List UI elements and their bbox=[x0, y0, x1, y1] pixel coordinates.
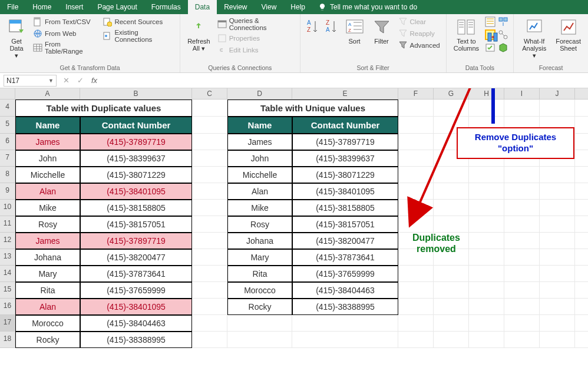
advanced-filter[interactable]: Advanced bbox=[397, 40, 441, 51]
manage-data-model-button[interactable] bbox=[498, 42, 508, 53]
cell-blank[interactable] bbox=[540, 183, 575, 200]
cell-blank[interactable] bbox=[504, 332, 540, 348]
cell-blank[interactable] bbox=[434, 282, 469, 299]
cell-blank[interactable] bbox=[292, 332, 398, 348]
uniq-contact[interactable]: (415)-38157051 bbox=[292, 216, 398, 233]
uniq-contact[interactable]: (415)-37873641 bbox=[292, 249, 398, 266]
cell-blank[interactable] bbox=[504, 282, 540, 299]
cell-blank[interactable] bbox=[504, 150, 540, 167]
cell-blank[interactable] bbox=[434, 216, 469, 233]
cell-blank[interactable] bbox=[434, 117, 469, 134]
cell-blank[interactable] bbox=[540, 233, 575, 249]
uniq-name[interactable]: Rosy bbox=[227, 216, 292, 233]
col-header-d[interactable]: D bbox=[227, 88, 292, 99]
cell-blank[interactable] bbox=[575, 134, 588, 150]
cell-blank[interactable] bbox=[575, 315, 588, 332]
cell-blank[interactable] bbox=[575, 100, 588, 117]
cell-blank[interactable] bbox=[540, 100, 575, 117]
dup-contact[interactable]: (415)-37659999 bbox=[80, 282, 192, 299]
dup-contact[interactable]: (415)-38401095 bbox=[80, 183, 192, 200]
cell-blank[interactable] bbox=[540, 315, 575, 332]
hdr-name-uniq[interactable]: Name bbox=[227, 117, 292, 134]
title-unique[interactable]: Table with Unique values bbox=[227, 100, 398, 117]
cell-blank[interactable] bbox=[504, 134, 540, 150]
col-header-e[interactable]: E bbox=[292, 88, 398, 99]
tab-file[interactable]: File bbox=[0, 0, 25, 14]
cell-blank[interactable] bbox=[540, 332, 575, 348]
queries-connections[interactable]: Queries & Connections bbox=[216, 16, 295, 32]
dup-contact[interactable]: (415)-38157051 bbox=[80, 216, 192, 233]
tab-review[interactable]: Review bbox=[217, 0, 254, 14]
cell-blank[interactable] bbox=[504, 266, 540, 282]
spreadsheet-grid[interactable]: 4Table with Duplicate valuesTable with U… bbox=[0, 100, 588, 348]
cell-blank[interactable] bbox=[469, 266, 504, 282]
row-header[interactable]: 5 bbox=[0, 117, 15, 134]
filter-button[interactable]: Filter bbox=[370, 16, 394, 46]
col-header-c[interactable]: C bbox=[192, 88, 227, 99]
from-table-range[interactable]: From Table/Range bbox=[32, 40, 98, 55]
row-header[interactable]: 10 bbox=[0, 200, 15, 216]
cell-blank[interactable] bbox=[192, 216, 227, 233]
dup-name[interactable]: Alan bbox=[15, 183, 80, 200]
uniq-name[interactable]: Morocco bbox=[227, 282, 292, 299]
cell-blank[interactable] bbox=[398, 200, 434, 216]
dup-name[interactable]: Mike bbox=[15, 200, 80, 216]
dup-contact[interactable]: (415)-37873641 bbox=[80, 266, 192, 282]
flash-fill-button[interactable] bbox=[485, 16, 495, 27]
dup-contact[interactable]: (415)-38200477 bbox=[80, 249, 192, 266]
cell-blank[interactable] bbox=[434, 266, 469, 282]
cell-blank[interactable] bbox=[398, 299, 434, 315]
cell-blank[interactable] bbox=[469, 183, 504, 200]
get-data-button[interactable]: Get Data ▾ bbox=[5, 16, 28, 60]
cell-blank[interactable] bbox=[540, 200, 575, 216]
tab-insert[interactable]: Insert bbox=[58, 0, 90, 14]
hdr-contact-uniq[interactable]: Contact Number bbox=[292, 117, 398, 134]
tab-page-layout[interactable]: Page Layout bbox=[90, 0, 144, 14]
uniq-name[interactable]: Rita bbox=[227, 266, 292, 282]
row-header[interactable]: 11 bbox=[0, 216, 15, 233]
col-header-f[interactable]: F bbox=[398, 88, 434, 99]
cell-blank[interactable] bbox=[192, 150, 227, 167]
dup-name[interactable]: Mary bbox=[15, 266, 80, 282]
hdr-contact-dup[interactable]: Contact Number bbox=[80, 117, 192, 134]
cell-blank[interactable] bbox=[227, 332, 292, 348]
dup-contact[interactable]: (415)-38071229 bbox=[80, 167, 192, 183]
cell-blank[interactable] bbox=[575, 332, 588, 348]
dup-contact[interactable]: (415)-38399637 bbox=[80, 150, 192, 167]
dup-name[interactable]: Johana bbox=[15, 249, 80, 266]
cell-blank[interactable] bbox=[575, 216, 588, 233]
what-if-button[interactable]: What-If Analysis ▾ bbox=[518, 16, 550, 60]
tab-view[interactable]: View bbox=[255, 0, 284, 14]
cell-blank[interactable] bbox=[434, 134, 469, 150]
cell-blank[interactable] bbox=[398, 332, 434, 348]
cell-blank[interactable] bbox=[540, 216, 575, 233]
cell-blank[interactable] bbox=[575, 117, 588, 134]
cell-blank[interactable] bbox=[469, 315, 504, 332]
cell-blank[interactable] bbox=[540, 282, 575, 299]
row-header[interactable]: 17 bbox=[0, 315, 15, 332]
cell-blank[interactable] bbox=[469, 282, 504, 299]
dup-name[interactable]: James bbox=[15, 134, 80, 150]
tell-me[interactable]: Tell me what you want to do bbox=[318, 0, 417, 14]
col-header-j[interactable]: J bbox=[540, 88, 575, 99]
cell-blank[interactable] bbox=[192, 117, 227, 134]
cell-blank[interactable] bbox=[398, 315, 434, 332]
cell-blank[interactable] bbox=[434, 167, 469, 183]
dup-contact[interactable]: (415)-38158805 bbox=[80, 200, 192, 216]
cell-blank[interactable] bbox=[398, 266, 434, 282]
cell-blank[interactable] bbox=[469, 249, 504, 266]
insert-function-button[interactable]: fx bbox=[87, 76, 101, 85]
cell-blank[interactable] bbox=[575, 183, 588, 200]
from-text-csv[interactable]: From Text/CSV bbox=[32, 16, 98, 27]
row-header[interactable]: 9 bbox=[0, 183, 15, 200]
formula-input[interactable] bbox=[101, 75, 588, 86]
cell-blank[interactable] bbox=[469, 216, 504, 233]
cell-blank[interactable] bbox=[398, 134, 434, 150]
cell-blank[interactable] bbox=[504, 117, 540, 134]
forecast-sheet-button[interactable]: Forecast Sheet bbox=[553, 16, 583, 53]
col-header-i[interactable]: I bbox=[504, 88, 540, 99]
cell-blank[interactable] bbox=[398, 117, 434, 134]
cell-blank[interactable] bbox=[192, 282, 227, 299]
remove-duplicates-button[interactable] bbox=[485, 29, 495, 40]
dup-contact[interactable]: (415)-38388995 bbox=[80, 332, 192, 348]
